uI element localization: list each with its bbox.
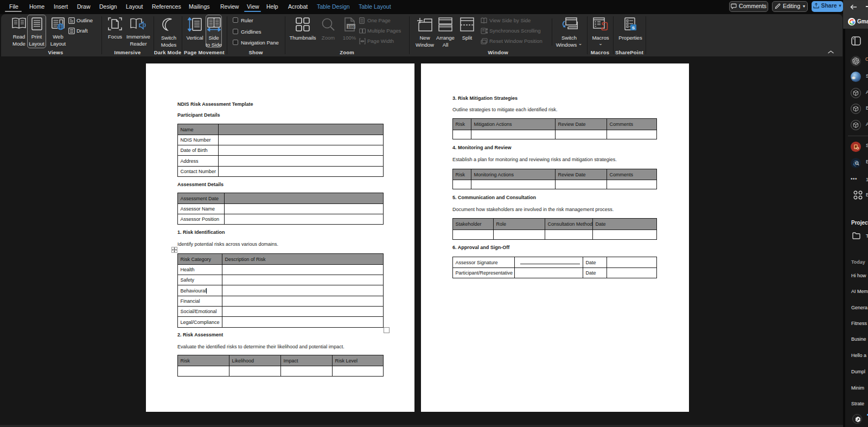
svg-text:100: 100 — [348, 24, 355, 29]
svg-text:S: S — [632, 26, 635, 30]
